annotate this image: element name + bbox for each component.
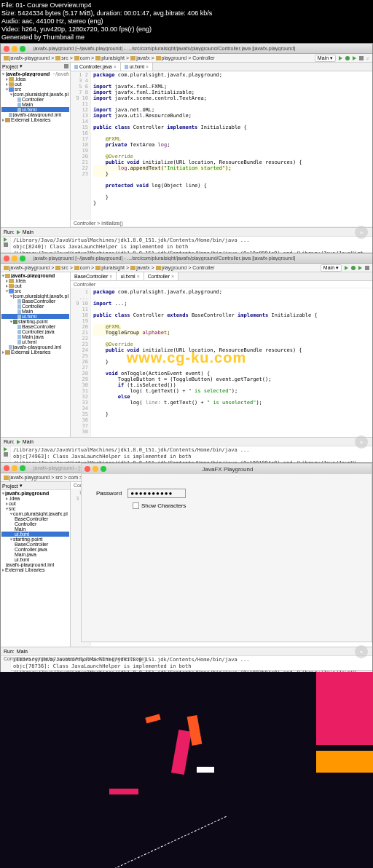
tree-basectrl2[interactable]: BaseController <box>1 542 69 547</box>
debug-icon[interactable] <box>345 56 350 60</box>
run-coverage-icon[interactable] <box>358 266 362 270</box>
code-content[interactable]: package com.pluralsight.javafx.playgroun… <box>91 71 372 220</box>
code-editor[interactable]: 1 2 3 4 5 6 7 8 9 10 11 12 13 14 15 16 1… <box>71 71 372 220</box>
tree-mainjava[interactable]: Main.java <box>1 552 69 557</box>
project-tree[interactable]: javafx-playground .idea out src com.plur… <box>1 490 70 573</box>
stop-icon[interactable] <box>359 56 364 60</box>
editor-breadcrumb[interactable]: Controller <box>71 281 372 288</box>
project-tree[interactable]: javafx-playground .idea out src com.plur… <box>1 272 70 355</box>
run-icon[interactable] <box>339 56 342 60</box>
tree-main[interactable]: Main <box>1 526 69 532</box>
bc-plural[interactable]: pluralsight <box>95 265 125 270</box>
bc-controller[interactable]: Controller <box>192 265 214 270</box>
close-tab-icon[interactable]: × <box>137 274 140 279</box>
maximize-icon[interactable] <box>20 46 25 52</box>
rerun-icon[interactable] <box>4 447 7 451</box>
stop-icon[interactable] <box>4 452 8 457</box>
tab-controller[interactable]: Controller× <box>144 272 178 280</box>
minimize-icon[interactable] <box>12 46 17 52</box>
close-icon[interactable] <box>4 256 9 261</box>
tree-ctrljava[interactable]: Controller.java <box>1 329 69 334</box>
rerun-icon[interactable] <box>4 237 7 242</box>
bc-javafx[interactable]: javafx <box>130 265 149 270</box>
run-header[interactable]: Run:Main <box>1 438 372 446</box>
bc-root[interactable]: javafx-playground <box>4 475 50 480</box>
tree-package[interactable]: com.pluralsight.javafx.pl <box>1 293 69 299</box>
tree-extlib[interactable]: External Libraries <box>1 350 69 355</box>
tree-idea[interactable]: .idea <box>1 496 69 501</box>
stop-icon[interactable] <box>365 266 369 270</box>
tree-root[interactable]: javafx-playground ~/javafx-playground <box>1 71 69 76</box>
tree-main[interactable]: Main <box>1 309 69 314</box>
minimize-icon[interactable] <box>12 465 17 471</box>
bc-src[interactable]: src <box>55 265 68 270</box>
tree-starting[interactable]: starting-point <box>1 319 69 324</box>
bc-com[interactable]: com <box>68 475 78 480</box>
minimize-icon[interactable] <box>12 256 17 261</box>
bc-playground[interactable]: playground <box>156 265 187 270</box>
tree-main[interactable]: Main <box>1 102 69 107</box>
bc-com[interactable]: com <box>74 55 90 60</box>
tree-iml[interactable]: javafx-playground.iml <box>1 562 69 567</box>
bc-controller[interactable]: Controller <box>192 55 214 60</box>
tab-fxml[interactable]: ui.fxml× <box>121 63 153 71</box>
run-config-selector[interactable]: Main ▾ <box>315 55 336 62</box>
bc-src[interactable]: src <box>55 55 68 60</box>
tree-package[interactable]: com.pluralsight.javafx.pl <box>1 511 69 516</box>
close-icon[interactable] <box>4 465 9 471</box>
run-icon[interactable] <box>345 266 348 270</box>
tree-uifxml2[interactable]: ui.fxml <box>1 339 69 344</box>
editor-breadcrumb[interactable]: Controller > initialize() <box>71 220 372 227</box>
close-tab-icon[interactable]: × <box>146 64 149 69</box>
bc-root[interactable]: javafx-playground <box>4 265 50 270</box>
maximize-icon[interactable] <box>20 465 25 471</box>
tree-out[interactable]: out <box>1 501 69 506</box>
bc-javafx[interactable]: javafx <box>130 55 149 60</box>
tree-uifxml[interactable]: ui.fxml <box>1 314 69 319</box>
bc-com[interactable]: com <box>74 265 90 270</box>
maximize-icon[interactable] <box>20 256 25 261</box>
run-config-selector[interactable]: Main ▾ <box>321 264 342 272</box>
tree-basecontroller[interactable]: BaseController <box>1 516 69 521</box>
tree-iml[interactable]: javafx-playground.iml <box>1 344 69 350</box>
tree-idea[interactable]: .idea <box>1 76 69 82</box>
tree-src[interactable]: src <box>1 288 69 293</box>
tree-mainjava[interactable]: Main.java <box>1 334 69 339</box>
tab-basecontroller[interactable]: BaseController× <box>71 272 117 280</box>
tree-controller[interactable]: Controller <box>1 521 69 526</box>
tree-uifxml2[interactable]: ui.fxml <box>1 557 69 562</box>
run-header[interactable]: Run:Main <box>1 228 372 237</box>
project-header[interactable]: Project ▾ <box>1 482 70 490</box>
bc-src[interactable]: src <box>55 475 62 480</box>
tree-extlib[interactable]: External Libraries <box>1 567 69 572</box>
project-tree[interactable]: javafx-playground ~/javafx-playground .i… <box>1 71 70 123</box>
tree-out[interactable]: out <box>1 82 69 87</box>
skip-forward-icon[interactable]: » <box>355 435 368 449</box>
gear-icon[interactable] <box>64 64 68 68</box>
project-header[interactable]: Project ▾ <box>1 63 70 71</box>
tree-uifxml[interactable]: ui.fxml <box>1 532 69 537</box>
bc-root[interactable]: javafx-playground <box>4 55 50 60</box>
close-tab-icon[interactable]: × <box>114 64 117 69</box>
tree-root[interactable]: javafx-playground <box>1 491 69 496</box>
password-field[interactable]: ●●●●●●●●●● <box>127 489 186 498</box>
search-icon[interactable]: ⌕ <box>366 55 369 60</box>
tree-root[interactable]: javafx-playground <box>1 273 69 278</box>
tree-extlib[interactable]: External Libraries <box>1 117 69 122</box>
tree-starting[interactable]: starting-point <box>1 537 69 542</box>
tree-controller[interactable]: Controller <box>1 304 69 309</box>
run-coverage-icon[interactable] <box>353 56 356 60</box>
close-tab-icon[interactable]: × <box>109 274 112 279</box>
close-tab-icon[interactable]: × <box>171 274 174 279</box>
show-characters-checkbox[interactable] <box>133 502 139 509</box>
tree-out[interactable]: out <box>1 283 69 288</box>
tab-controller[interactable]: Controller.java× <box>71 63 121 71</box>
skip-forward-icon[interactable]: » <box>355 226 368 239</box>
tab-fxml[interactable]: ui.fxml× <box>117 272 144 280</box>
tree-idea[interactable]: .idea <box>1 278 69 283</box>
tree-uifxml[interactable]: ui.fxml <box>1 107 69 112</box>
run-header[interactable]: Run:Main <box>1 647 372 656</box>
skip-forward-icon[interactable]: » <box>355 645 368 658</box>
stop-icon[interactable] <box>4 242 8 247</box>
tree-package[interactable]: com.pluralsight.javafx.pl <box>1 92 69 97</box>
